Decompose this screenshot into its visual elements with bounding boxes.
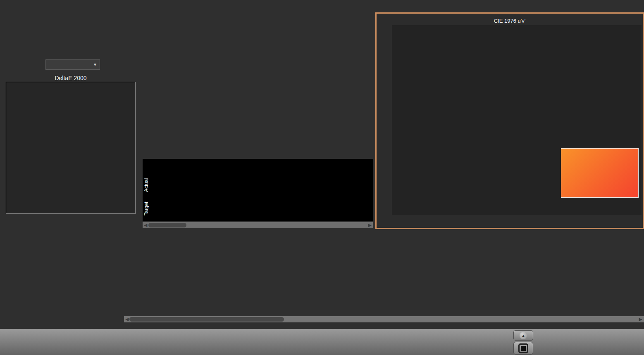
chevron-up-icon: ▲	[520, 332, 527, 339]
deltae-bar-chart	[6, 82, 136, 214]
scroll-left-icon[interactable]: ◀	[144, 222, 147, 228]
deltae-chart-title: DeltaE 2000	[6, 75, 136, 81]
scroll-left-icon[interactable]: ◀	[125, 317, 129, 322]
chevron-down-icon: ▼	[93, 62, 97, 67]
measurement-table	[124, 234, 644, 316]
window-mode-button[interactable]	[513, 342, 533, 355]
pattern-toolbar: ▲ ◀ ▶	[0, 329, 644, 355]
square-icon	[518, 343, 528, 353]
collapse-toolbar-button[interactable]: ▲	[513, 330, 533, 341]
colorchecker-screen: { "app": { "title": "ColorChecker", "des…	[0, 0, 644, 355]
cie-title: CIE 1976 u'v'	[377, 18, 643, 24]
cie-plot-area	[392, 25, 642, 215]
zoom-inset-box	[561, 148, 639, 198]
actual-target-swatch-strip: Actual Target	[143, 159, 373, 221]
scroll-right-icon[interactable]: ▶	[639, 317, 642, 322]
table-scrollbar[interactable]: ◀ ▶	[124, 316, 644, 322]
cie-diagram-panel: CIE 1976 u'v'	[375, 12, 644, 229]
swatch-strip-scrollbar[interactable]: ◀ ▶	[143, 222, 373, 228]
scroll-right-icon[interactable]: ▶	[368, 222, 372, 228]
de-formula-dropdown[interactable]: ▼	[45, 59, 100, 70]
table-scroll-thumb[interactable]	[129, 317, 284, 322]
target-row-label: Target	[143, 185, 150, 221]
swatch-scroll-thumb[interactable]	[148, 223, 186, 227]
